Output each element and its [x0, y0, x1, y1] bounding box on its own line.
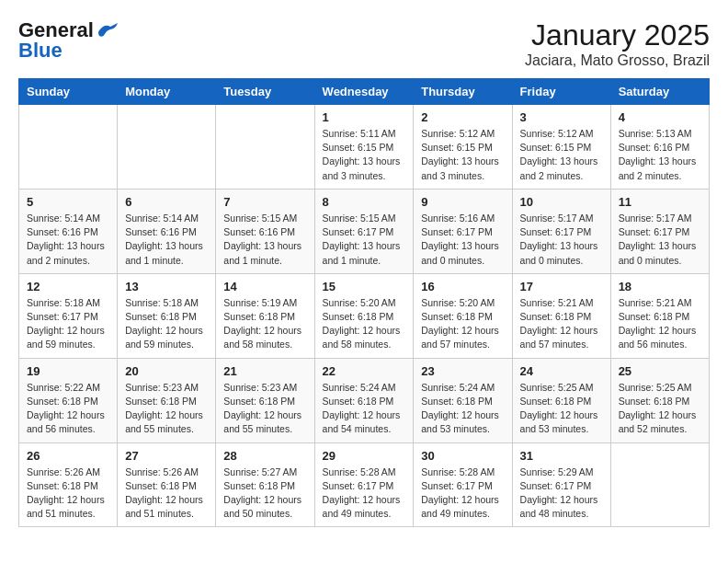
day-cell-6: 6Sunrise: 5:14 AM Sunset: 6:16 PM Daylig…	[118, 189, 216, 273]
day-info-16: Sunrise: 5:20 AM Sunset: 6:18 PM Dayligh…	[421, 296, 504, 352]
day-cell-24: 24Sunrise: 5:25 AM Sunset: 6:18 PM Dayli…	[512, 358, 610, 442]
day-cell-22: 22Sunrise: 5:24 AM Sunset: 6:18 PM Dayli…	[314, 358, 414, 442]
day-info-5: Sunrise: 5:14 AM Sunset: 6:16 PM Dayligh…	[27, 212, 109, 268]
day-info-12: Sunrise: 5:18 AM Sunset: 6:17 PM Dayligh…	[27, 296, 109, 352]
day-cell-30: 30Sunrise: 5:28 AM Sunset: 6:17 PM Dayli…	[414, 442, 512, 527]
day-number-27: 27	[125, 449, 208, 463]
day-info-31: Sunrise: 5:29 AM Sunset: 6:17 PM Dayligh…	[520, 465, 603, 522]
weekday-monday: Monday	[118, 79, 216, 105]
weekday-thursday: Thursday	[414, 79, 512, 105]
day-number-1: 1	[323, 110, 406, 124]
day-number-23: 23	[421, 364, 504, 378]
day-number-19: 19	[27, 364, 109, 378]
logo-bird-icon	[97, 23, 118, 38]
weekday-saturday: Saturday	[610, 79, 709, 105]
day-info-10: Sunrise: 5:17 AM Sunset: 6:17 PM Dayligh…	[520, 212, 603, 268]
day-info-15: Sunrise: 5:20 AM Sunset: 6:18 PM Dayligh…	[323, 296, 406, 352]
empty-cell	[118, 105, 216, 190]
day-cell-27: 27Sunrise: 5:26 AM Sunset: 6:18 PM Dayli…	[118, 442, 216, 527]
day-info-11: Sunrise: 5:17 AM Sunset: 6:17 PM Dayligh…	[619, 212, 701, 268]
day-info-7: Sunrise: 5:15 AM Sunset: 6:16 PM Dayligh…	[223, 212, 306, 268]
week-row-1: 1Sunrise: 5:11 AM Sunset: 6:15 PM Daylig…	[19, 105, 710, 190]
day-cell-29: 29Sunrise: 5:28 AM Sunset: 6:17 PM Dayli…	[314, 442, 414, 527]
day-cell-11: 11Sunrise: 5:17 AM Sunset: 6:17 PM Dayli…	[610, 189, 709, 273]
day-info-2: Sunrise: 5:12 AM Sunset: 6:15 PM Dayligh…	[421, 127, 504, 183]
day-info-28: Sunrise: 5:27 AM Sunset: 6:18 PM Dayligh…	[223, 465, 306, 522]
calendar-subtitle: Jaciara, Mato Grosso, Brazil	[525, 52, 710, 69]
week-row-2: 5Sunrise: 5:14 AM Sunset: 6:16 PM Daylig…	[19, 189, 710, 273]
day-number-2: 2	[421, 110, 504, 124]
day-info-4: Sunrise: 5:13 AM Sunset: 6:16 PM Dayligh…	[619, 127, 701, 183]
day-cell-1: 1Sunrise: 5:11 AM Sunset: 6:15 PM Daylig…	[314, 105, 414, 190]
title-block: January 2025 Jaciara, Mato Grosso, Brazi…	[525, 18, 710, 69]
day-number-25: 25	[619, 364, 701, 378]
day-cell-23: 23Sunrise: 5:24 AM Sunset: 6:18 PM Dayli…	[414, 358, 512, 442]
day-number-20: 20	[125, 364, 208, 378]
day-number-21: 21	[223, 364, 306, 378]
day-cell-21: 21Sunrise: 5:23 AM Sunset: 6:18 PM Dayli…	[216, 358, 314, 442]
empty-cell	[216, 105, 314, 190]
day-cell-19: 19Sunrise: 5:22 AM Sunset: 6:18 PM Dayli…	[19, 358, 118, 442]
weekday-header-row: SundayMondayTuesdayWednesdayThursdayFrid…	[19, 79, 710, 105]
day-info-17: Sunrise: 5:21 AM Sunset: 6:18 PM Dayligh…	[520, 296, 603, 352]
day-info-13: Sunrise: 5:18 AM Sunset: 6:18 PM Dayligh…	[125, 296, 208, 352]
week-row-4: 19Sunrise: 5:22 AM Sunset: 6:18 PM Dayli…	[19, 358, 710, 442]
day-number-17: 17	[520, 280, 603, 293]
day-info-21: Sunrise: 5:23 AM Sunset: 6:18 PM Dayligh…	[223, 381, 306, 437]
day-cell-3: 3Sunrise: 5:12 AM Sunset: 6:15 PM Daylig…	[512, 105, 610, 190]
day-number-13: 13	[125, 280, 208, 293]
day-number-15: 15	[323, 280, 406, 293]
day-cell-20: 20Sunrise: 5:23 AM Sunset: 6:18 PM Dayli…	[118, 358, 216, 442]
day-info-30: Sunrise: 5:28 AM Sunset: 6:17 PM Dayligh…	[421, 465, 504, 522]
week-row-5: 26Sunrise: 5:26 AM Sunset: 6:18 PM Dayli…	[19, 442, 710, 527]
day-cell-7: 7Sunrise: 5:15 AM Sunset: 6:16 PM Daylig…	[216, 189, 314, 273]
day-number-4: 4	[619, 110, 701, 124]
day-cell-8: 8Sunrise: 5:15 AM Sunset: 6:17 PM Daylig…	[314, 189, 414, 273]
day-cell-26: 26Sunrise: 5:26 AM Sunset: 6:18 PM Dayli…	[19, 442, 118, 527]
day-cell-25: 25Sunrise: 5:25 AM Sunset: 6:18 PM Dayli…	[610, 358, 709, 442]
day-number-14: 14	[223, 280, 306, 293]
day-cell-15: 15Sunrise: 5:20 AM Sunset: 6:18 PM Dayli…	[314, 273, 414, 358]
day-number-7: 7	[223, 195, 306, 209]
day-number-26: 26	[27, 449, 109, 463]
day-info-22: Sunrise: 5:24 AM Sunset: 6:18 PM Dayligh…	[323, 381, 406, 437]
day-info-19: Sunrise: 5:22 AM Sunset: 6:18 PM Dayligh…	[27, 381, 109, 437]
day-number-5: 5	[27, 195, 109, 209]
day-cell-16: 16Sunrise: 5:20 AM Sunset: 6:18 PM Dayli…	[414, 273, 512, 358]
day-number-9: 9	[421, 195, 504, 209]
day-info-9: Sunrise: 5:16 AM Sunset: 6:17 PM Dayligh…	[421, 212, 504, 268]
day-cell-4: 4Sunrise: 5:13 AM Sunset: 6:16 PM Daylig…	[610, 105, 709, 190]
calendar-title: January 2025	[525, 18, 710, 52]
day-number-12: 12	[27, 280, 109, 293]
day-number-8: 8	[323, 195, 406, 209]
day-number-10: 10	[520, 195, 603, 209]
day-cell-5: 5Sunrise: 5:14 AM Sunset: 6:16 PM Daylig…	[19, 189, 118, 273]
page-header: General Blue January 2025 Jaciara, Mato …	[18, 18, 710, 69]
day-number-28: 28	[223, 449, 306, 463]
day-number-24: 24	[520, 364, 603, 378]
day-number-31: 31	[520, 449, 603, 463]
calendar-table: SundayMondayTuesdayWednesdayThursdayFrid…	[18, 78, 710, 527]
weekday-friday: Friday	[512, 79, 610, 105]
day-info-8: Sunrise: 5:15 AM Sunset: 6:17 PM Dayligh…	[323, 212, 406, 268]
day-cell-18: 18Sunrise: 5:21 AM Sunset: 6:18 PM Dayli…	[610, 273, 709, 358]
day-cell-2: 2Sunrise: 5:12 AM Sunset: 6:15 PM Daylig…	[414, 105, 512, 190]
day-cell-9: 9Sunrise: 5:16 AM Sunset: 6:17 PM Daylig…	[414, 189, 512, 273]
day-info-1: Sunrise: 5:11 AM Sunset: 6:15 PM Dayligh…	[323, 127, 406, 183]
day-cell-12: 12Sunrise: 5:18 AM Sunset: 6:17 PM Dayli…	[19, 273, 118, 358]
day-info-27: Sunrise: 5:26 AM Sunset: 6:18 PM Dayligh…	[125, 465, 208, 522]
empty-cell	[19, 105, 118, 190]
logo: General Blue	[18, 18, 118, 63]
day-cell-10: 10Sunrise: 5:17 AM Sunset: 6:17 PM Dayli…	[512, 189, 610, 273]
day-info-25: Sunrise: 5:25 AM Sunset: 6:18 PM Dayligh…	[619, 381, 701, 437]
day-info-14: Sunrise: 5:19 AM Sunset: 6:18 PM Dayligh…	[223, 296, 306, 352]
week-row-3: 12Sunrise: 5:18 AM Sunset: 6:17 PM Dayli…	[19, 273, 710, 358]
day-info-18: Sunrise: 5:21 AM Sunset: 6:18 PM Dayligh…	[619, 296, 701, 352]
day-info-24: Sunrise: 5:25 AM Sunset: 6:18 PM Dayligh…	[520, 381, 603, 437]
day-info-26: Sunrise: 5:26 AM Sunset: 6:18 PM Dayligh…	[27, 465, 109, 522]
logo-blue: Blue	[18, 39, 63, 63]
day-cell-28: 28Sunrise: 5:27 AM Sunset: 6:18 PM Dayli…	[216, 442, 314, 527]
empty-cell	[610, 442, 709, 527]
day-info-6: Sunrise: 5:14 AM Sunset: 6:16 PM Dayligh…	[125, 212, 208, 268]
day-info-23: Sunrise: 5:24 AM Sunset: 6:18 PM Dayligh…	[421, 381, 504, 437]
